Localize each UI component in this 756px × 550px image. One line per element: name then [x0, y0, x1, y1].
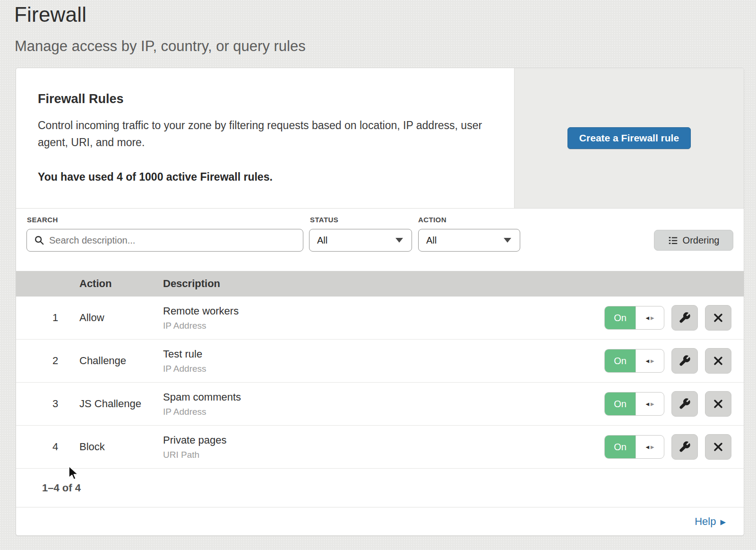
triangle-left-icon: ◂ [645, 400, 649, 408]
rule-enabled-toggle[interactable]: On ◂▸ [604, 306, 664, 330]
close-icon [713, 398, 724, 410]
delete-rule-button[interactable] [705, 391, 731, 417]
rule-controls: On ◂▸ [604, 391, 744, 417]
action-dropdown[interactable]: All [418, 229, 520, 252]
edit-rule-button[interactable] [671, 434, 698, 460]
create-firewall-rule-button[interactable]: Create a Firewall rule [567, 127, 691, 149]
rule-action: Block [79, 441, 163, 453]
search-box [26, 229, 303, 252]
ordering-button-label: Ordering [683, 235, 720, 246]
usage-summary: You have used 4 of 1000 active Firewall … [38, 171, 486, 183]
edit-rule-button[interactable] [671, 348, 698, 374]
triangle-right-icon: ▸ [651, 357, 654, 365]
chevron-down-icon [504, 238, 511, 243]
firewall-rules-card: Firewall Rules Control incoming traffic … [16, 68, 744, 536]
rule-action: Allow [79, 312, 163, 324]
triangle-right-icon: ▸ [651, 400, 654, 408]
rule-description-cell: Remote workers IP Address [163, 305, 604, 331]
action-label: ACTION [418, 216, 447, 224]
rule-match-type: IP Address [163, 364, 604, 374]
toggle-handle-icon: ◂▸ [636, 393, 664, 415]
intro-section: Firewall Rules Control incoming traffic … [16, 68, 744, 209]
wrench-icon [679, 355, 691, 367]
wrench-icon [679, 441, 691, 453]
wrench-icon [679, 398, 691, 410]
rule-action: JS Challenge [79, 398, 163, 410]
status-dropdown[interactable]: All [309, 229, 412, 252]
rule-description-cell: Private pages URI Path [163, 434, 604, 460]
delete-rule-button[interactable] [705, 434, 731, 460]
toggle-handle-icon: ◂▸ [636, 349, 664, 372]
delete-rule-button[interactable] [705, 348, 731, 374]
firewall-page: Firewall Manage access by IP, country, o… [0, 0, 756, 550]
search-label: SEARCH [27, 216, 58, 224]
action-dropdown-value: All [426, 235, 437, 246]
pagination-range: 1–4 of 4 [42, 482, 81, 494]
card-footer: Help ▶ [16, 507, 744, 536]
table-row: 2 Challenge Test rule IP Address On ◂▸ [16, 340, 744, 383]
toggle-on-label: On [605, 393, 636, 415]
rule-controls: On ◂▸ [604, 434, 744, 460]
table-row: 3 JS Challenge Spam comments IP Address … [16, 383, 744, 426]
status-label: STATUS [310, 216, 338, 224]
intro-heading: Firewall Rules [38, 92, 486, 106]
rule-match-type: IP Address [163, 407, 604, 417]
rule-enabled-toggle[interactable]: On ◂▸ [604, 435, 664, 459]
help-link-label: Help [695, 515, 716, 528]
chevron-down-icon [395, 238, 403, 243]
rule-controls: On ◂▸ [604, 348, 744, 374]
rule-match-type: IP Address [163, 321, 604, 331]
triangle-right-icon: ▸ [651, 314, 654, 322]
rule-description: Private pages [163, 434, 604, 446]
edit-rule-button[interactable] [671, 391, 698, 417]
ordering-button[interactable]: Ordering [654, 230, 733, 251]
rule-priority: 3 [16, 398, 79, 410]
toggle-on-label: On [605, 436, 636, 458]
intro-action-panel: Create a Firewall rule [514, 68, 744, 208]
rule-priority: 2 [16, 355, 79, 367]
rule-description: Spam comments [163, 391, 604, 403]
triangle-right-icon: ▶ [720, 517, 726, 526]
column-header-action: Action [79, 278, 163, 290]
rule-controls: On ◂▸ [604, 305, 744, 331]
search-icon [34, 235, 44, 245]
rule-priority: 4 [16, 441, 79, 453]
toggle-handle-icon: ◂▸ [636, 306, 664, 329]
page-title: Firewall [14, 3, 86, 26]
toggle-on-label: On [605, 349, 636, 372]
close-icon [713, 312, 724, 323]
triangle-left-icon: ◂ [645, 314, 649, 322]
rule-match-type: URI Path [163, 450, 604, 460]
ordered-list-icon [668, 236, 678, 245]
close-icon [713, 441, 724, 453]
triangle-right-icon: ▸ [651, 443, 654, 451]
search-input[interactable] [44, 229, 303, 251]
rule-description: Remote workers [163, 305, 604, 317]
triangle-left-icon: ◂ [645, 357, 649, 365]
close-icon [713, 355, 724, 367]
table-header: Action Description [16, 271, 744, 297]
triangle-left-icon: ◂ [645, 443, 649, 451]
pagination-bar: 1–4 of 4 [16, 469, 744, 507]
rule-enabled-toggle[interactable]: On ◂▸ [604, 349, 664, 373]
filters-bar: SEARCH STATUS All ACTION All [16, 209, 744, 271]
page-subtitle: Manage access by IP, country, or query r… [15, 38, 306, 55]
intro-text-block: Firewall Rules Control incoming traffic … [16, 68, 514, 208]
table-row: 1 Allow Remote workers IP Address On ◂▸ [16, 297, 744, 340]
rule-description-cell: Test rule IP Address [163, 348, 604, 374]
rule-description-cell: Spam comments IP Address [163, 391, 604, 417]
wrench-icon [679, 312, 691, 324]
toggle-on-label: On [605, 306, 636, 329]
rule-description: Test rule [163, 348, 604, 360]
column-header-description: Description [163, 278, 744, 290]
intro-description: Control incoming traffic to your zone by… [38, 117, 486, 151]
toggle-handle-icon: ◂▸ [636, 436, 664, 458]
help-link[interactable]: Help ▶ [695, 515, 726, 528]
rule-action: Challenge [79, 355, 163, 367]
rule-priority: 1 [16, 312, 79, 324]
edit-rule-button[interactable] [671, 305, 698, 331]
delete-rule-button[interactable] [705, 305, 731, 331]
status-dropdown-value: All [317, 235, 327, 246]
table-row: 4 Block Private pages URI Path On ◂▸ [16, 426, 744, 469]
rule-enabled-toggle[interactable]: On ◂▸ [604, 392, 664, 416]
